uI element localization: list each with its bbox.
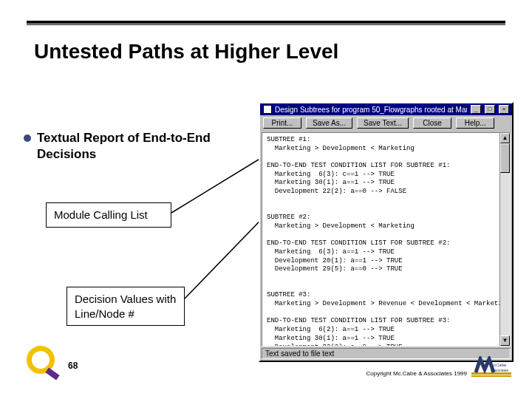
slide-title: Untested Paths at Higher Level: [34, 40, 338, 64]
header-rule: [27, 21, 505, 25]
copyright-text: Copyright Mc.Cabe & Associates 1999: [366, 370, 467, 377]
callout-label: Decision Values with Line/Node #: [75, 293, 176, 320]
maximize-button[interactable]: □: [485, 105, 495, 114]
svg-text:Associates: Associates: [491, 368, 509, 372]
minimize-button[interactable]: _: [471, 105, 481, 114]
save-as-button[interactable]: Save As...: [306, 117, 352, 129]
q-logo: [27, 346, 59, 378]
bullet-icon: [24, 134, 31, 142]
callout-label: Module Calling List: [54, 208, 148, 221]
svg-text:cCabe: cCabe: [494, 363, 507, 367]
vertical-scrollbar[interactable]: ▲ ▼: [499, 133, 510, 346]
svg-rect-3: [471, 375, 511, 377]
scroll-down-arrow-icon[interactable]: ▼: [500, 335, 510, 346]
report-text-area[interactable]: SUBTREE #1: Marketing > Development < Ma…: [262, 133, 499, 346]
window-body: SUBTREE #1: Marketing > Development < Ma…: [262, 132, 511, 347]
window-icon: [263, 105, 272, 114]
callout-decision-values: Decision Values with Line/Node #: [66, 287, 185, 326]
page-number: 68: [68, 361, 78, 371]
bullet-item: Textual Report of End-to-End Decisions: [24, 130, 245, 163]
mccabe-logo: cCabe Associates: [471, 356, 511, 380]
callout-module-list: Module Calling List: [46, 202, 171, 228]
save-text-button[interactable]: Save Text...: [357, 117, 409, 129]
print-button[interactable]: Print...: [263, 117, 301, 129]
close-window-button[interactable]: ×: [499, 105, 509, 114]
help-button[interactable]: Help...: [456, 117, 494, 129]
scroll-thumb[interactable]: [500, 143, 510, 173]
report-window: Design Subtrees for program 50_Flowgraph…: [259, 102, 514, 362]
window-titlebar[interactable]: Design Subtrees for program 50_Flowgraph…: [260, 103, 512, 115]
bullet-text: Textual Report of End-to-End Decisions: [37, 130, 245, 163]
close-button[interactable]: Close: [413, 117, 451, 129]
window-toolbar: Print... Save As... Save Text... Close H…: [260, 115, 512, 131]
window-title-text: Design Subtrees for program 50_Flowgraph…: [275, 106, 467, 114]
scroll-track[interactable]: [500, 143, 510, 335]
status-text: Text saved to file text: [265, 349, 334, 358]
scroll-up-arrow-icon[interactable]: ▲: [500, 133, 510, 143]
